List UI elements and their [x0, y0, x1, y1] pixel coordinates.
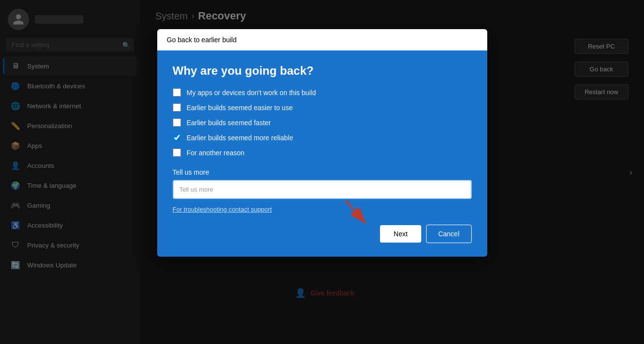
red-arrow-indicator [336, 196, 375, 229]
support-link[interactable]: For troubleshooting contact support [173, 206, 272, 213]
checkbox-label-cb3: Earlier builds seemed faster [187, 119, 271, 127]
tell-us-more-label: Tell us more [173, 168, 472, 176]
modal-overlay: Go back to earlier build Why are you goi… [0, 0, 644, 344]
go-back-modal: Go back to earlier build Why are you goi… [157, 29, 487, 257]
tell-us-more-input[interactable] [173, 180, 472, 199]
checkbox-item-1[interactable]: Earlier builds seemed easier to use [173, 103, 472, 112]
checkbox-cb2[interactable] [173, 103, 181, 112]
modal-body: Why are you going back? My apps or devic… [157, 50, 487, 257]
cancel-button[interactable]: Cancel [426, 225, 472, 243]
checkbox-label-cb1: My apps or devices don't work on this bu… [187, 89, 316, 97]
modal-heading: Why are you going back? [173, 64, 472, 78]
checkbox-item-0[interactable]: My apps or devices don't work on this bu… [173, 88, 472, 97]
checkbox-cb5[interactable] [173, 148, 181, 157]
svg-line-1 [346, 200, 366, 224]
modal-title: Go back to earlier build [167, 36, 237, 44]
modal-title-bar: Go back to earlier build [157, 29, 487, 50]
checkbox-item-2[interactable]: Earlier builds seemed faster [173, 118, 472, 127]
checkbox-list: My apps or devices don't work on this bu… [173, 88, 472, 157]
next-button[interactable]: Next [380, 225, 421, 243]
checkbox-label-cb2: Earlier builds seemed easier to use [187, 104, 293, 112]
modal-actions: Next Cancel [173, 225, 472, 243]
checkbox-cb3[interactable] [173, 118, 181, 127]
checkbox-item-3[interactable]: Earlier builds seemed more reliable [173, 133, 472, 142]
checkbox-item-4[interactable]: For another reason [173, 148, 472, 157]
checkbox-cb1[interactable] [173, 88, 181, 97]
checkbox-label-cb4: Earlier builds seemed more reliable [187, 134, 293, 142]
checkbox-label-cb5: For another reason [187, 149, 245, 157]
checkbox-cb4[interactable] [173, 133, 181, 142]
